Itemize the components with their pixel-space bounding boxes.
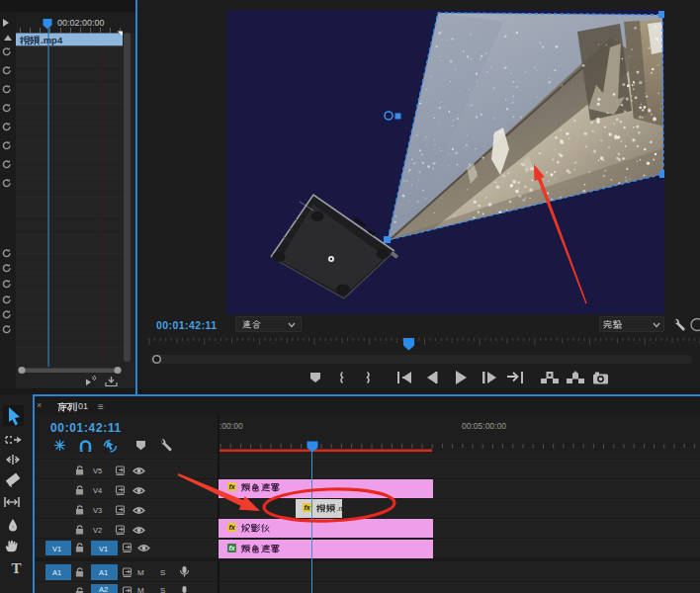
svg-text:A2: A2 [99, 585, 108, 593]
svg-text:A1: A1 [52, 568, 61, 577]
svg-text:V2: V2 [93, 526, 102, 535]
svg-text:M: M [137, 568, 144, 577]
svg-text:T: T [11, 560, 21, 576]
svg-text:S: S [160, 568, 165, 577]
svg-text:V4: V4 [93, 486, 102, 495]
svg-text:M: M [137, 586, 144, 593]
svg-text:A1: A1 [99, 568, 108, 577]
svg-text:V1: V1 [52, 545, 61, 553]
svg-text:V1: V1 [99, 545, 108, 553]
svg-text:V3: V3 [93, 506, 102, 515]
svg-text:V5: V5 [93, 466, 102, 475]
svg-text:S: S [160, 586, 165, 593]
